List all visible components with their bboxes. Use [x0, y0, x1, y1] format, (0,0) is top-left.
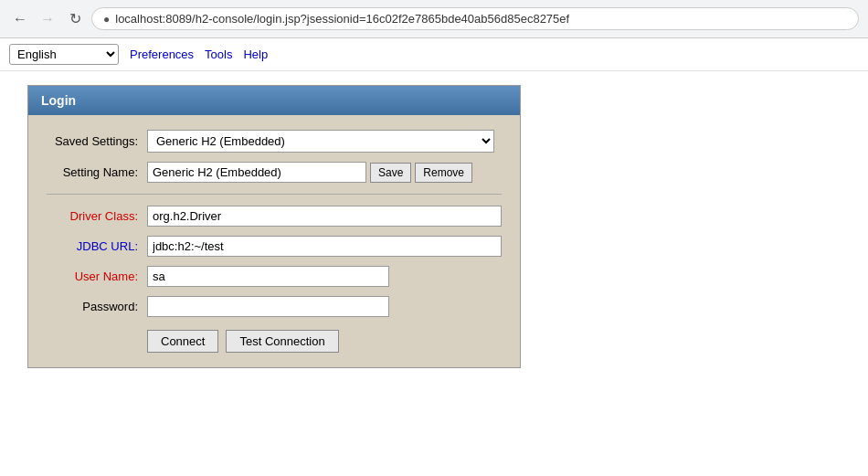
jdbc-url-row: JDBC URL:: [47, 236, 502, 257]
username-input[interactable]: [147, 266, 389, 287]
preferences-link[interactable]: Preferences: [130, 48, 194, 61]
tools-link[interactable]: Tools: [205, 48, 232, 61]
help-link[interactable]: Help: [243, 48, 268, 61]
driver-class-input[interactable]: [147, 206, 502, 227]
username-row: User Name:: [47, 266, 502, 287]
button-row: Connect Test Connection: [47, 330, 502, 353]
login-header: Login: [28, 86, 520, 115]
test-connection-button[interactable]: Test Connection: [226, 330, 338, 353]
reload-button[interactable]: ↻: [64, 8, 86, 30]
jdbc-url-input[interactable]: [147, 236, 502, 257]
username-label: User Name:: [47, 270, 147, 283]
driver-class-label: Driver Class:: [47, 209, 147, 223]
login-panel: Login Saved Settings: Generic H2 (Embedd…: [27, 85, 521, 368]
password-input[interactable]: [147, 296, 389, 317]
setting-name-input[interactable]: [147, 162, 366, 183]
browser-toolbar: ← → ↻ ●: [0, 0, 868, 37]
menu-bar: English Preferences Tools Help: [0, 38, 868, 71]
save-button[interactable]: Save: [370, 163, 411, 183]
connect-button[interactable]: Connect: [147, 330, 218, 353]
lock-icon: ●: [103, 13, 110, 26]
driver-class-row: Driver Class:: [47, 206, 502, 227]
saved-settings-label: Saved Settings:: [47, 134, 147, 148]
password-row: Password:: [47, 296, 502, 317]
browser-chrome: ← → ↻ ●: [0, 0, 868, 38]
main-content: Login Saved Settings: Generic H2 (Embedd…: [0, 71, 868, 382]
back-button[interactable]: ←: [9, 8, 31, 30]
saved-settings-row: Saved Settings: Generic H2 (Embedded)Gen…: [47, 130, 502, 153]
forward-button[interactable]: →: [37, 8, 58, 30]
divider: [47, 194, 502, 195]
address-bar: ●: [91, 7, 859, 30]
login-body: Saved Settings: Generic H2 (Embedded)Gen…: [28, 115, 520, 367]
setting-name-label: Setting Name:: [47, 165, 147, 179]
address-input[interactable]: [115, 12, 847, 26]
setting-name-row: Setting Name: Save Remove: [47, 162, 502, 183]
remove-button[interactable]: Remove: [415, 163, 472, 183]
language-select[interactable]: English: [9, 44, 119, 65]
password-label: Password:: [47, 300, 147, 313]
jdbc-url-label: JDBC URL:: [47, 239, 147, 253]
saved-settings-select[interactable]: Generic H2 (Embedded)Generic H2 (Server)…: [147, 130, 494, 153]
